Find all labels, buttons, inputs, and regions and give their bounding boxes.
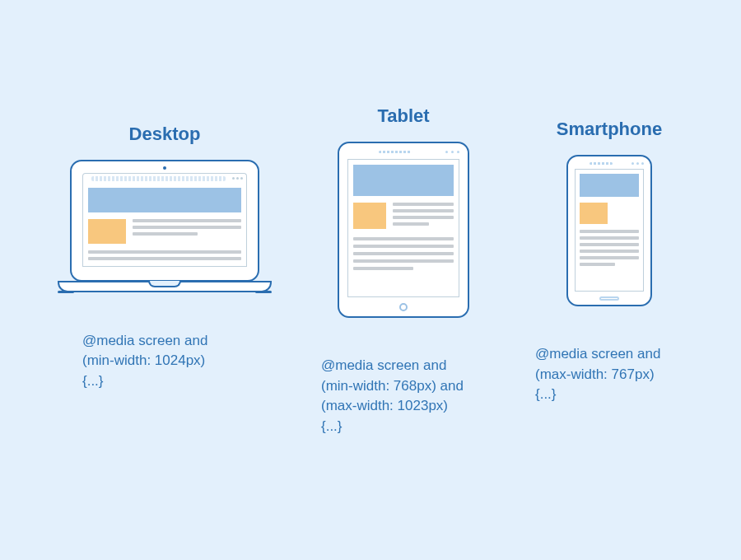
- url-bar-icon: [91, 176, 226, 181]
- caption-line: (max-width: 767px): [535, 366, 655, 382]
- text-line-icon: [353, 259, 454, 263]
- text-line-icon: [133, 226, 241, 229]
- tablet-top-bar: [347, 150, 459, 154]
- media-query-text: @media screen and (max-width: 767px) {..…: [535, 344, 683, 405]
- smartphone-title: Smartphone: [557, 119, 662, 140]
- text-lines: [88, 250, 241, 260]
- hero-block: [88, 188, 241, 212]
- caption-line: @media screen and: [535, 346, 660, 362]
- text-line-icon: [88, 250, 241, 254]
- caption-line: {...}: [82, 373, 104, 389]
- caption-line: (min-width: 1024px): [82, 352, 205, 368]
- sensor-dot-icon: [451, 151, 454, 153]
- caption-line: {...}: [535, 386, 557, 402]
- caption-line: @media screen and: [82, 333, 207, 348]
- text-lines: [133, 219, 241, 244]
- window-control-icon: [240, 177, 243, 180]
- sensor-dot-icon: [641, 162, 644, 165]
- tablet-caption: @media screen and (min-width: 768px) and…: [321, 318, 486, 437]
- home-button-icon: [399, 303, 408, 311]
- hero-block: [353, 165, 454, 196]
- text-line-icon: [88, 257, 241, 260]
- caption-line: @media screen and: [321, 357, 446, 373]
- page-mock: [82, 183, 247, 267]
- caption-line: {...}: [321, 418, 343, 434]
- tablet-column: Tablet: [321, 124, 486, 437]
- laptop-base: [58, 281, 272, 292]
- speaker-icon: [379, 151, 412, 153]
- desktop-caption: @media screen and (min-width: 1024px) {.…: [82, 293, 247, 392]
- smartphone-caption: @media screen and (max-width: 767px) {..…: [535, 306, 683, 405]
- text-line-icon: [580, 243, 639, 246]
- laptop-icon: [58, 160, 272, 293]
- text-line-icon: [580, 230, 639, 233]
- media-query-text: @media screen and (min-width: 1024px) {.…: [82, 331, 247, 392]
- text-lines: [393, 203, 454, 229]
- laptop-lid: [70, 160, 259, 282]
- laptop-screen: [82, 173, 247, 267]
- caption-line: (min-width: 768px) and: [321, 378, 464, 394]
- text-line-icon: [393, 203, 454, 206]
- caption-line: (max-width: 1023px): [321, 398, 448, 413]
- phone-top-bar: [575, 162, 644, 165]
- text-line-icon: [580, 236, 639, 240]
- thumb-block: [580, 203, 608, 224]
- speaker-icon: [590, 162, 613, 165]
- text-line-icon: [393, 216, 454, 219]
- tablet-icon: [338, 142, 469, 318]
- text-lines: [580, 230, 639, 266]
- sensor-dot-icon: [631, 162, 634, 165]
- sensor-dot-icon: [457, 151, 459, 153]
- text-line-icon: [580, 256, 639, 259]
- home-button-icon: [599, 296, 619, 301]
- desktop-column: Desktop: [58, 124, 272, 391]
- trackpad-notch-icon: [148, 281, 181, 287]
- page-mock: [575, 169, 644, 292]
- text-line-icon: [353, 252, 454, 255]
- text-line-icon: [133, 219, 241, 222]
- text-line-icon: [393, 209, 454, 212]
- content-row: [88, 219, 241, 244]
- diagram-container: Desktop: [0, 0, 741, 437]
- content-row: [353, 203, 454, 229]
- media-query-text: @media screen and (min-width: 768px) and…: [321, 356, 486, 437]
- text-line-icon: [393, 222, 429, 226]
- page-mock: [347, 159, 459, 297]
- camera-icon: [163, 166, 166, 170]
- sensor-dot-icon: [636, 162, 639, 165]
- window-control-icon: [232, 177, 235, 180]
- tablet-title: Tablet: [377, 105, 429, 127]
- thumb-block: [88, 219, 126, 244]
- text-line-icon: [353, 237, 454, 240]
- window-control-icon: [236, 177, 239, 180]
- sensor-dot-icon: [445, 151, 448, 153]
- text-line-icon: [353, 267, 413, 270]
- hero-block: [580, 174, 639, 197]
- smartphone-icon: [566, 155, 652, 306]
- desktop-title: Desktop: [129, 124, 201, 145]
- text-line-icon: [580, 250, 639, 253]
- smartphone-column: Smartphone: [535, 124, 683, 405]
- text-line-icon: [353, 245, 454, 248]
- browser-bar: [82, 173, 247, 183]
- thumb-block: [353, 203, 386, 229]
- text-lines: [353, 237, 454, 270]
- text-line-icon: [580, 263, 615, 266]
- text-line-icon: [133, 232, 198, 236]
